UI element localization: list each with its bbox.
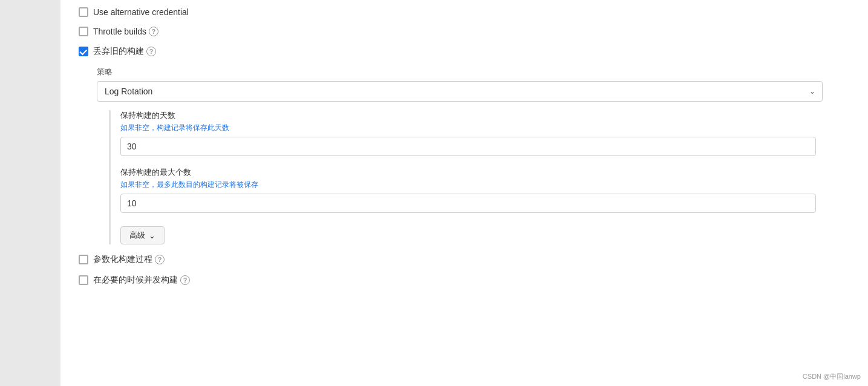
sidebar <box>0 0 60 386</box>
parameterized-label: 参数化构建过程 <box>93 254 152 265</box>
max-builds-hint: 如果非空，最多此数目的构建记录将被保存 <box>120 180 850 190</box>
strategy-select-wrapper: Log Rotation ⌄ <box>97 81 823 102</box>
discard-old-builds-label: 丢弃旧的构建 <box>93 46 144 57</box>
max-builds-input[interactable] <box>120 194 816 213</box>
build-when-necessary-label: 在必要的时候并发构建 <box>93 275 178 286</box>
throttle-builds-checkbox-wrapper[interactable]: Throttle builds <box>79 27 146 36</box>
discard-old-builds-help-icon[interactable]: ? <box>146 47 156 56</box>
discard-old-builds-checkbox-wrapper[interactable]: 丢弃旧的构建 <box>79 46 144 57</box>
days-input[interactable] <box>120 137 816 156</box>
max-builds-title: 保持构建的最大个数 <box>120 167 850 178</box>
parameterized-row: 参数化构建过程 ? <box>79 254 850 265</box>
advanced-button[interactable]: 高级 ⌄ <box>120 226 165 244</box>
days-hint: 如果非空，构建记录将保存此天数 <box>120 123 850 133</box>
days-title: 保持构建的天数 <box>120 110 850 121</box>
watermark: CSDN @中国lanwp <box>803 372 861 381</box>
use-alt-credential-checkbox-wrapper[interactable]: Use alternative credential <box>79 7 189 17</box>
discard-settings-section: 策略 Log Rotation ⌄ 保持构建的天数 如果非空，构建记录将保存此天… <box>97 67 850 244</box>
discard-old-builds-checkbox[interactable] <box>79 47 88 56</box>
use-alt-credential-label: Use alternative credential <box>93 7 189 17</box>
discard-old-builds-row: 丢弃旧的构建 ? <box>79 46 850 57</box>
use-alt-credential-checkbox[interactable] <box>79 7 88 17</box>
throttle-builds-help-icon[interactable]: ? <box>149 27 158 36</box>
chevron-down-icon-advanced: ⌄ <box>149 231 155 240</box>
log-rotation-section: 保持构建的天数 如果非空，构建记录将保存此天数 保持构建的最大个数 如果非空，最… <box>109 110 850 244</box>
build-when-necessary-help-icon[interactable]: ? <box>180 275 190 285</box>
strategy-select[interactable]: Log Rotation <box>97 81 823 102</box>
main-content: Use alternative credential Throttle buil… <box>60 0 868 386</box>
page-container: Use alternative credential Throttle buil… <box>0 0 868 386</box>
advanced-button-label: 高级 <box>129 230 145 241</box>
build-when-necessary-row: 在必要的时候并发构建 ? <box>79 275 850 286</box>
build-when-necessary-checkbox-wrapper[interactable]: 在必要的时候并发构建 <box>79 275 178 286</box>
parameterized-checkbox[interactable] <box>79 255 88 264</box>
parameterized-checkbox-wrapper[interactable]: 参数化构建过程 <box>79 254 152 265</box>
build-when-necessary-checkbox[interactable] <box>79 275 88 285</box>
max-builds-field-block: 保持构建的最大个数 如果非空，最多此数目的构建记录将被保存 <box>120 167 850 213</box>
throttle-builds-row: Throttle builds ? <box>79 27 850 36</box>
parameterized-help-icon[interactable]: ? <box>155 255 165 264</box>
throttle-builds-label: Throttle builds <box>93 27 146 36</box>
days-field-block: 保持构建的天数 如果非空，构建记录将保存此天数 <box>120 110 850 156</box>
strategy-label: 策略 <box>97 67 850 77</box>
throttle-builds-checkbox[interactable] <box>79 27 88 36</box>
use-alt-credential-row: Use alternative credential <box>79 7 850 17</box>
